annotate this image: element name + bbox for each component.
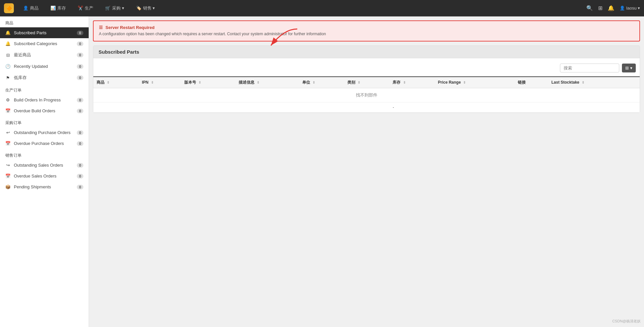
alert-title: ☰ Server Restart Required [99, 25, 634, 30]
outstanding-sales-icon: ↪ [5, 163, 11, 168]
sidebar-sales-section: 销售订单 [0, 149, 89, 160]
sidebar-item-low-stock[interactable]: ⚑ 低库存 0 [0, 72, 89, 84]
user-icon: 👤 [620, 6, 625, 11]
pending-shipments-icon: 📦 [5, 184, 11, 189]
sidebar-item-subscribed-parts[interactable]: 🔔 Subscribed Parts 0 [0, 27, 89, 38]
sort-stocktake-icon: ⇕ [582, 81, 584, 84]
search-input[interactable] [560, 64, 619, 72]
recently-updated-badge: 0 [77, 64, 83, 69]
table-row: - [93, 102, 640, 112]
col-price-range[interactable]: Price Range ⇕ [435, 77, 514, 88]
search-icon[interactable]: 🔍 [586, 5, 593, 11]
subscribed-parts-icon: 🔔 [5, 30, 11, 35]
server-restart-alert: ☰ Server Restart Required A configuratio… [93, 20, 640, 41]
view-toggle-button[interactable]: ⊞ ▾ [622, 64, 636, 72]
sort-unit-icon: ⇕ [312, 81, 315, 84]
col-ipn[interactable]: IPN ⇕ [138, 77, 181, 88]
pending-shipments-badge: 0 [77, 185, 83, 189]
col-stock[interactable]: 库存 ⇕ [389, 77, 434, 88]
nav-manufacture[interactable]: ✂️ 生产 [75, 3, 96, 13]
sidebar: 商品 🔔 Subscribed Parts 0 🔔 Subscribed Cat… [0, 16, 89, 327]
topnav: 🔶 👤 商品 📊 库存 ✂️ 生产 🛒 采购 ▾ 🏷️ 销售 ▾ 🔍 ⊞ 🔔 👤… [0, 0, 644, 16]
sort-price-icon: ⇕ [463, 81, 466, 84]
logo[interactable]: 🔶 [4, 3, 14, 13]
sidebar-item-build-in-progress[interactable]: ⚙ Build Orders In Progress 0 [0, 95, 89, 105]
sidebar-item-overdue-purchase[interactable]: 📅 Overdue Purchase Orders 0 [0, 138, 89, 149]
col-last-stocktake[interactable]: Last Stocktake ⇕ [548, 77, 640, 88]
col-description[interactable]: 描述信息 ⇕ [235, 77, 299, 88]
table-head: 商品 ⇕ IPN ⇕ 版本号 ⇕ [93, 77, 640, 88]
nav-purchase[interactable]: 🛒 采购 ▾ [102, 3, 127, 13]
overdue-purchase-badge: 0 [77, 141, 83, 146]
data-cell-product [93, 102, 138, 112]
data-cell-stock: - [389, 102, 434, 112]
outstanding-purchase-badge: 0 [77, 130, 83, 135]
overdue-purchase-icon: 📅 [5, 141, 11, 146]
products-icon: 👤 [23, 6, 28, 11]
col-category[interactable]: 类别 ⇕ [344, 77, 389, 88]
col-unit[interactable]: 单位 ⇕ [299, 77, 344, 88]
sidebar-item-outstanding-purchase[interactable]: ↩ Outstanding Purchase Orders 0 [0, 127, 89, 138]
sidebar-item-pending-shipments[interactable]: 📦 Pending Shipments 0 [0, 181, 89, 192]
sort-desc-icon: ⇕ [257, 81, 259, 84]
sidebar-item-recent-parts[interactable]: ⊟ 最近商品 0 [0, 49, 89, 61]
subscribed-parts-section: Subscribed Parts ⊞ ▾ 商品 ⇕ [93, 45, 640, 113]
sidebar-build-section: 生产订单 [0, 84, 89, 95]
nav-inventory[interactable]: 📊 库存 [48, 3, 69, 13]
section-title: Subscribed Parts [93, 46, 640, 58]
sidebar-item-recently-updated[interactable]: 🕐 Recently Updated 0 [0, 61, 89, 72]
data-cell-description [235, 102, 299, 112]
build-in-progress-icon: ⚙ [5, 97, 11, 102]
build-in-progress-badge: 0 [77, 98, 83, 102]
data-cell-price [435, 102, 514, 112]
alert-message: A configuration option has been changed … [99, 31, 634, 37]
sidebar-products-section: 商品 [0, 16, 89, 27]
sidebar-purchase-section: 采购订单 [0, 116, 89, 127]
empty-message-row: 找不到部件 [93, 88, 640, 102]
recent-parts-badge: 0 [77, 53, 83, 57]
col-link[interactable]: 链接 [514, 77, 548, 88]
purchase-icon: 🛒 [105, 6, 110, 11]
subscribed-parts-badge: 0 [77, 31, 83, 35]
manufacture-icon: ✂️ [78, 6, 83, 11]
grid-icon[interactable]: ⊞ [598, 5, 602, 11]
layout: 商品 🔔 Subscribed Parts 0 🔔 Subscribed Cat… [0, 16, 644, 327]
overdue-build-icon: 📅 [5, 108, 11, 113]
table-toolbar: ⊞ ▾ [93, 62, 640, 76]
nav-products[interactable]: 👤 商品 [20, 3, 41, 13]
overdue-sales-badge: 0 [77, 174, 83, 178]
data-cell-unit [299, 102, 344, 112]
sidebar-item-overdue-sales[interactable]: 📅 Overdue Sales Orders 0 [0, 171, 89, 181]
subscribed-categories-icon: 🔔 [5, 41, 11, 46]
table-header-row: 商品 ⇕ IPN ⇕ 版本号 ⇕ [93, 77, 640, 88]
sidebar-item-overdue-build[interactable]: 📅 Overdue Build Orders 0 [0, 105, 89, 116]
data-cell-category [344, 102, 389, 112]
low-stock-icon: ⚑ [5, 75, 11, 80]
col-product[interactable]: 商品 ⇕ [93, 77, 138, 88]
sidebar-item-subscribed-categories[interactable]: 🔔 Subscribed Categories 0 [0, 38, 89, 49]
sidebar-item-outstanding-sales[interactable]: ↪ Outstanding Sales Orders 0 [0, 160, 89, 171]
recently-updated-icon: 🕐 [5, 64, 11, 69]
recent-parts-icon: ⊟ [5, 53, 11, 58]
sort-product-icon: ⇕ [107, 81, 109, 84]
bell-icon[interactable]: 🔔 [608, 5, 614, 11]
nav-sales[interactable]: 🏷️ 销售 ▾ [133, 3, 158, 13]
data-cell-stocktake [548, 102, 640, 112]
section-body: ⊞ ▾ 商品 ⇕ IPN ⇕ [93, 58, 640, 113]
topnav-right: 🔍 ⊞ 🔔 👤 laosu ▾ [586, 5, 640, 11]
table-body: 找不到部件 - [93, 88, 640, 112]
low-stock-badge: 0 [77, 75, 83, 80]
watermark: CSDN@杨清老妖 [612, 319, 641, 324]
data-cell-ipn [138, 102, 181, 112]
main-content: ☰ Server Restart Required A configuratio… [89, 16, 644, 327]
data-cell-link [514, 102, 548, 112]
sort-version-icon: ⇕ [198, 81, 201, 84]
empty-message-cell: 找不到部件 [93, 88, 640, 102]
parts-table: 商品 ⇕ IPN ⇕ 版本号 ⇕ [93, 76, 640, 113]
overdue-sales-icon: 📅 [5, 174, 11, 178]
col-version[interactable]: 版本号 ⇕ [181, 77, 235, 88]
subscribed-categories-badge: 0 [77, 41, 83, 46]
overdue-build-badge: 0 [77, 109, 83, 113]
alert-icon: ☰ [99, 25, 103, 30]
user-menu[interactable]: 👤 laosu ▾ [620, 6, 640, 11]
